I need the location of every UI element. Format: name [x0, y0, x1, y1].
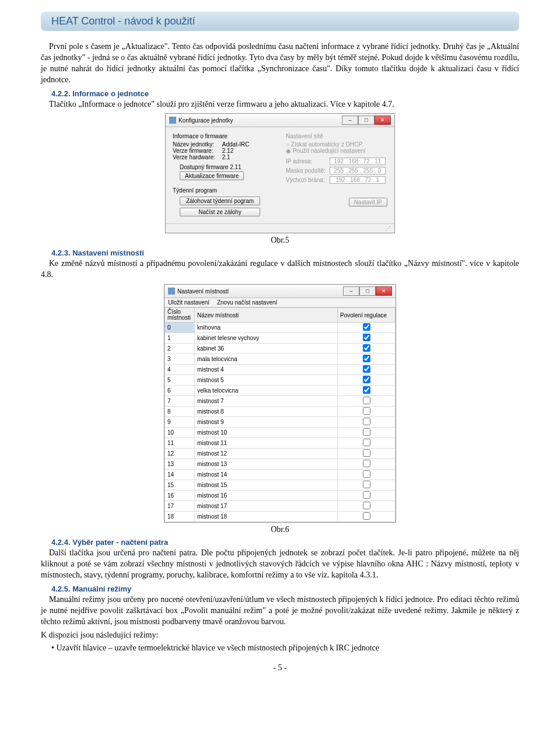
enable-checkbox[interactable] [363, 407, 370, 415]
enable-checkbox[interactable] [363, 512, 370, 520]
app-icon [168, 288, 175, 295]
backup-week-button[interactable]: Zálohovat týdenní pogram [180, 197, 260, 205]
minimize-icon[interactable]: – [343, 286, 359, 296]
resize-grip-icon: ⋰ [166, 223, 394, 233]
table-row[interactable]: 5mistnost 5 [165, 375, 396, 386]
cell-name: knihovna [195, 323, 338, 333]
cell-name: mistnost 9 [195, 417, 338, 428]
cell-enable [338, 417, 396, 428]
value-ip: 192 . 168 . 72 . 11 [330, 158, 386, 165]
cell-enable [338, 480, 396, 491]
table-row[interactable]: 0knihovna [165, 323, 396, 333]
cell-enable [338, 512, 396, 522]
menu-reload[interactable]: Znovu načíst nastavení [217, 299, 277, 306]
cell-enable [338, 407, 396, 417]
label-fw: Verze firmware: [173, 148, 220, 154]
cell-name: mistnost 15 [195, 480, 338, 491]
minimize-icon[interactable]: – [342, 116, 358, 125]
cell-enable [338, 459, 396, 470]
enable-checkbox[interactable] [363, 418, 370, 425]
group-week-title: Týdenní program [173, 187, 274, 194]
table-row[interactable]: 17mistnost 17 [165, 501, 396, 512]
enable-checkbox[interactable] [363, 449, 370, 457]
cell-number: 15 [165, 480, 195, 491]
group-firmware-title: Informace o firmware [173, 133, 274, 139]
label-mask: Maska podsítě: [286, 167, 328, 174]
page-number: - 5 - [41, 663, 519, 673]
bullet-425-1: • Uzavřít hlavice – uzavře termoelektric… [51, 643, 519, 654]
maximize-icon[interactable]: □ [358, 116, 374, 125]
table-row[interactable]: 11mistnost 11 [165, 438, 396, 449]
enable-checkbox[interactable] [363, 355, 370, 362]
col-number: Číslo místnosti [165, 308, 195, 323]
paragraph-intro: První pole s časem je „Aktualizace". Ten… [41, 41, 519, 86]
table-row[interactable]: 10mistnost 10 [165, 428, 396, 438]
enable-checkbox[interactable] [363, 481, 370, 488]
cell-enable [338, 386, 396, 396]
table-row[interactable]: 1kabinet telesne vychovy [165, 333, 396, 344]
enable-checkbox[interactable] [363, 397, 370, 404]
cell-enable [338, 501, 396, 512]
cell-number: 11 [165, 438, 195, 449]
heading-422: 4.2.2. Informace o jednotce [51, 89, 519, 98]
table-row[interactable]: 13mistnost 13 [165, 459, 396, 470]
table-row[interactable]: 7mistnost 7 [165, 396, 396, 407]
cell-number: 16 [165, 491, 195, 501]
menu-save[interactable]: Uložit nastavení [168, 299, 209, 306]
cell-name: mistnost 7 [195, 396, 338, 407]
label-hw: Verze hardware: [173, 154, 220, 160]
group-network-title: Nastavení sítě [286, 133, 387, 139]
table-row[interactable]: 8mistnost 8 [165, 407, 396, 417]
enable-checkbox[interactable] [363, 344, 370, 352]
cell-enable [338, 323, 396, 333]
table-row[interactable]: 3mala telocvicna [165, 354, 396, 365]
table-row[interactable]: 18mistnost 18 [165, 512, 396, 522]
heading-424: 4.2.4. Výběr pater - načtení patra [51, 538, 519, 547]
label-unit-name: Název jednotky: [173, 141, 220, 148]
table-row[interactable]: 14mistnost 14 [165, 470, 396, 480]
cell-number: 18 [165, 512, 195, 522]
cell-enable [338, 333, 396, 344]
cell-number: 4 [165, 365, 195, 375]
table-row[interactable]: 12mistnost 12 [165, 449, 396, 459]
app-icon [169, 117, 176, 124]
cell-name: mistnost 14 [195, 470, 338, 480]
table-row[interactable]: 2kabinet 36 [165, 344, 396, 354]
cell-number: 5 [165, 375, 195, 386]
enable-checkbox[interactable] [363, 439, 370, 446]
table-row[interactable]: 9mistnost 9 [165, 417, 396, 428]
enable-checkbox[interactable] [363, 460, 370, 467]
table-row[interactable]: 16mistnost 16 [165, 491, 396, 501]
enable-checkbox[interactable] [363, 376, 370, 383]
enable-checkbox[interactable] [363, 323, 370, 331]
cell-enable [338, 428, 396, 438]
menu-bar: Uložit nastavení Znovu načíst nastavení [164, 298, 396, 307]
enable-checkbox[interactable] [363, 428, 370, 436]
maximize-icon[interactable]: □ [359, 286, 376, 296]
cell-number: 0 [165, 323, 195, 333]
enable-checkbox[interactable] [363, 491, 370, 499]
table-row[interactable]: 4mistnost 4 [165, 365, 396, 375]
cell-name: mistnost 11 [195, 438, 338, 449]
caption-obr6: Obr.6 [41, 525, 519, 534]
text-425-1: Manuální režimy jsou určeny pro nucené o… [41, 594, 519, 628]
enable-checkbox[interactable] [363, 470, 370, 478]
load-backup-button[interactable]: Načíst ze zálohy [180, 208, 260, 216]
enable-checkbox[interactable] [363, 365, 370, 373]
heading-425: 4.2.5. Manuální režimy [51, 584, 519, 593]
cell-number: 10 [165, 428, 195, 438]
table-row[interactable]: 6velka telocvicna [165, 386, 396, 396]
table-row[interactable]: 15mistnost 15 [165, 480, 396, 491]
update-firmware-button[interactable]: Aktualizace firmware [180, 172, 244, 180]
close-icon[interactable]: ✕ [376, 286, 392, 296]
value-unit-name: Addat-IRC [222, 141, 250, 148]
dialog-rooms: Nastavení místností – □ ✕ Uložit nastave… [164, 284, 396, 523]
dialog2-title-text: Nastavení místností [177, 288, 229, 295]
col-enable: Povolení regulace [338, 308, 396, 323]
enable-checkbox[interactable] [363, 502, 370, 509]
value-gw: 192 . 168 . 72 . 1 [330, 176, 386, 184]
enable-checkbox[interactable] [363, 386, 370, 394]
enable-checkbox[interactable] [363, 334, 370, 341]
cell-enable [338, 449, 396, 459]
close-icon[interactable]: ✕ [374, 116, 391, 125]
